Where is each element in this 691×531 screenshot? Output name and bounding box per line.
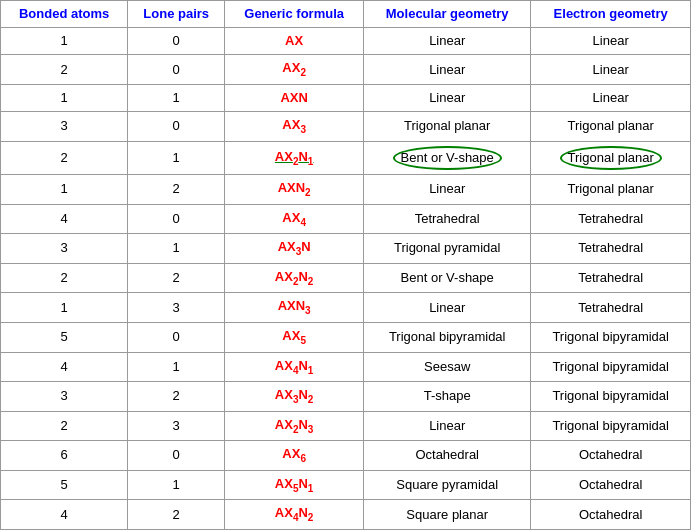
bonded-atoms-cell: 2: [1, 141, 128, 174]
formula-cell: AX4N1: [225, 352, 364, 382]
formula-cell: AX3N: [225, 234, 364, 264]
bonded-atoms-cell: 1: [1, 293, 128, 323]
formula-cell: AX5N1: [225, 470, 364, 500]
electron-geometry-cell: Trigonal planar: [531, 174, 691, 204]
electron-geometry-cell: Octahedral: [531, 500, 691, 530]
molecular-geometry-cell: Tetrahedral: [364, 204, 531, 234]
bonded-atoms-cell: 1: [1, 174, 128, 204]
formula-cell: AX4: [225, 204, 364, 234]
lone-pairs-cell: 0: [128, 55, 225, 85]
electron-geometry-cell: Octahedral: [531, 441, 691, 471]
lone-pairs-cell: 3: [128, 411, 225, 441]
electron-geometry-cell: Trigonal bipyramidal: [531, 322, 691, 352]
electron-geometry-cell: Octahedral: [531, 470, 691, 500]
table-row: 50AX5Trigonal bipyramidalTrigonal bipyra…: [1, 322, 691, 352]
formula-cell: AXN: [225, 84, 364, 111]
table-row: 31AX3NTrigonal pyramidalTetrahedral: [1, 234, 691, 264]
column-header: Bonded atoms: [1, 1, 128, 28]
table-row: 41AX4N1SeesawTrigonal bipyramidal: [1, 352, 691, 382]
molecular-geometry-cell: Trigonal bipyramidal: [364, 322, 531, 352]
molecular-geometry-cell: Trigonal planar: [364, 112, 531, 142]
table-row: 12AXN2LinearTrigonal planar: [1, 174, 691, 204]
molecular-geometry-cell: Bent or V-shape: [364, 263, 531, 293]
table-row: 13AXN3LinearTetrahedral: [1, 293, 691, 323]
molecular-geometry-cell: Linear: [364, 28, 531, 55]
formula-cell: AX2: [225, 55, 364, 85]
bonded-atoms-cell: 2: [1, 55, 128, 85]
lone-pairs-cell: 2: [128, 500, 225, 530]
formula-cell: AX3N2: [225, 382, 364, 412]
bonded-atoms-cell: 3: [1, 234, 128, 264]
column-header: Generic formula: [225, 1, 364, 28]
electron-geometry-cell: Trigonal bipyramidal: [531, 411, 691, 441]
lone-pairs-cell: 1: [128, 234, 225, 264]
molecular-geometry-cell: Octahedral: [364, 441, 531, 471]
molecular-geometry-cell: Square pyramidal: [364, 470, 531, 500]
table-row: 51AX5N1Square pyramidalOctahedral: [1, 470, 691, 500]
bonded-atoms-cell: 4: [1, 500, 128, 530]
table-row: 10AXLinearLinear: [1, 28, 691, 55]
molecular-geometry-cell: Linear: [364, 411, 531, 441]
molecular-geometry-cell: Linear: [364, 84, 531, 111]
lone-pairs-cell: 1: [128, 470, 225, 500]
lone-pairs-cell: 1: [128, 84, 225, 111]
table-row: 21AX2N1Bent or V-shapeTrigonal planar: [1, 141, 691, 174]
lone-pairs-cell: 2: [128, 382, 225, 412]
lone-pairs-cell: 1: [128, 141, 225, 174]
formula-cell: AX2N2: [225, 263, 364, 293]
bonded-atoms-cell: 3: [1, 112, 128, 142]
lone-pairs-cell: 0: [128, 28, 225, 55]
table-row: 22AX2N2Bent or V-shapeTetrahedral: [1, 263, 691, 293]
bonded-atoms-cell: 3: [1, 382, 128, 412]
formula-cell: AX2N1: [225, 141, 364, 174]
bonded-atoms-cell: 4: [1, 352, 128, 382]
column-header: Molecular geometry: [364, 1, 531, 28]
table-row: 30AX3Trigonal planarTrigonal planar: [1, 112, 691, 142]
molecular-geometry-cell: Seesaw: [364, 352, 531, 382]
electron-geometry-cell: Linear: [531, 55, 691, 85]
table-row: 11AXNLinearLinear: [1, 84, 691, 111]
lone-pairs-cell: 0: [128, 441, 225, 471]
formula-cell: AX3: [225, 112, 364, 142]
formula-cell: AX4N2: [225, 500, 364, 530]
electron-geometry-cell: Linear: [531, 28, 691, 55]
electron-geometry-cell: Trigonal bipyramidal: [531, 382, 691, 412]
bonded-atoms-cell: 2: [1, 263, 128, 293]
electron-geometry-cell: Trigonal bipyramidal: [531, 352, 691, 382]
lone-pairs-cell: 0: [128, 322, 225, 352]
lone-pairs-cell: 0: [128, 112, 225, 142]
lone-pairs-cell: 2: [128, 263, 225, 293]
vsepr-table: Bonded atomsLone pairsGeneric formulaMol…: [0, 0, 691, 530]
formula-cell: AX5: [225, 322, 364, 352]
molecular-geometry-cell: Bent or V-shape: [364, 141, 531, 174]
table-row: 40AX4TetrahedralTetrahedral: [1, 204, 691, 234]
lone-pairs-cell: 2: [128, 174, 225, 204]
bonded-atoms-cell: 1: [1, 84, 128, 111]
molecular-geometry-cell: Linear: [364, 174, 531, 204]
bonded-atoms-cell: 5: [1, 322, 128, 352]
circled-text: Bent or V-shape: [393, 146, 502, 170]
formula-cell: AX: [225, 28, 364, 55]
bonded-atoms-cell: 1: [1, 28, 128, 55]
electron-geometry-cell: Tetrahedral: [531, 204, 691, 234]
bonded-atoms-cell: 5: [1, 470, 128, 500]
molecular-geometry-cell: Trigonal pyramidal: [364, 234, 531, 264]
table-row: 32AX3N2T-shapeTrigonal bipyramidal: [1, 382, 691, 412]
electron-geometry-cell: Trigonal planar: [531, 141, 691, 174]
formula-cell: AXN2: [225, 174, 364, 204]
lone-pairs-cell: 1: [128, 352, 225, 382]
molecular-geometry-cell: Square planar: [364, 500, 531, 530]
lone-pairs-cell: 0: [128, 204, 225, 234]
bonded-atoms-cell: 2: [1, 411, 128, 441]
bonded-atoms-cell: 4: [1, 204, 128, 234]
bonded-atoms-cell: 6: [1, 441, 128, 471]
table-row: 60AX6OctahedralOctahedral: [1, 441, 691, 471]
column-header: Electron geometry: [531, 1, 691, 28]
molecular-geometry-cell: T-shape: [364, 382, 531, 412]
circled-text: Trigonal planar: [560, 146, 662, 170]
electron-geometry-cell: Linear: [531, 84, 691, 111]
formula-cell: AXN3: [225, 293, 364, 323]
lone-pairs-cell: 3: [128, 293, 225, 323]
electron-geometry-cell: Tetrahedral: [531, 263, 691, 293]
molecular-geometry-cell: Linear: [364, 55, 531, 85]
